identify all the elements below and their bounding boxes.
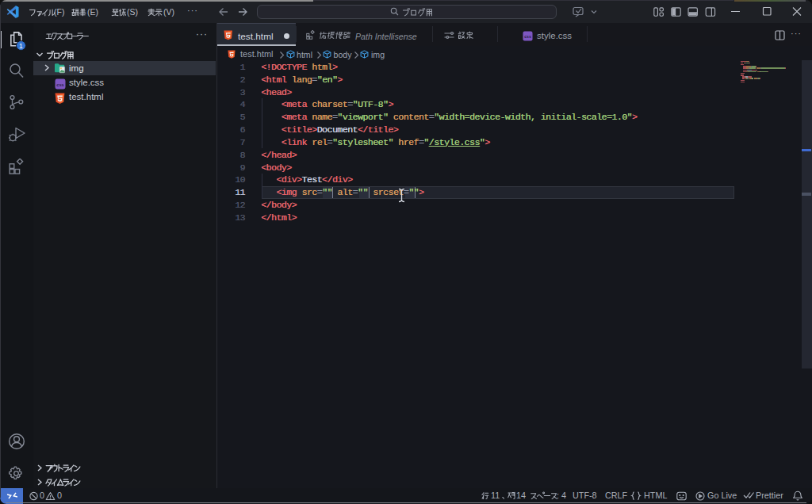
svg-text:css: css	[524, 34, 531, 39]
svg-text:css: css	[56, 82, 63, 87]
